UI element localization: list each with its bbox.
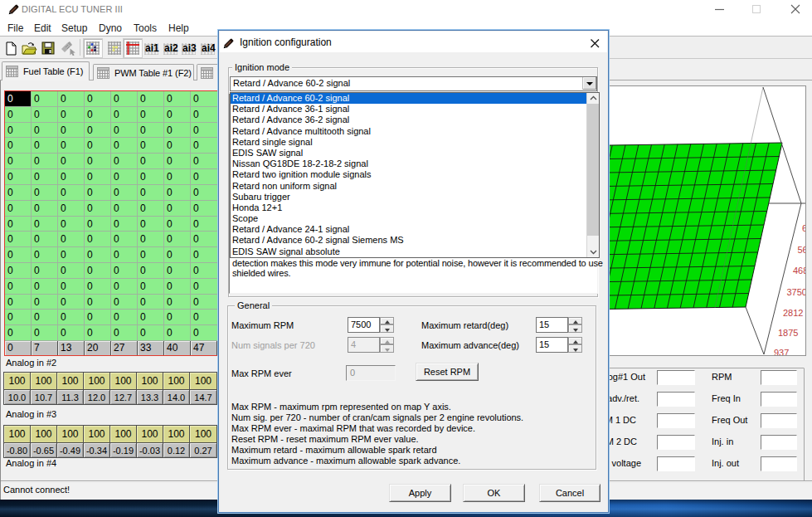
svg-text:4687: 4687	[793, 266, 805, 276]
svg-text:3750: 3750	[787, 287, 806, 297]
svg-text:6562: 6562	[802, 223, 805, 233]
svg-text:1875: 1875	[778, 328, 798, 338]
svg-text:5625: 5625	[798, 245, 806, 255]
svg-text:937: 937	[774, 348, 789, 355]
svg-text:2812: 2812	[783, 308, 803, 318]
